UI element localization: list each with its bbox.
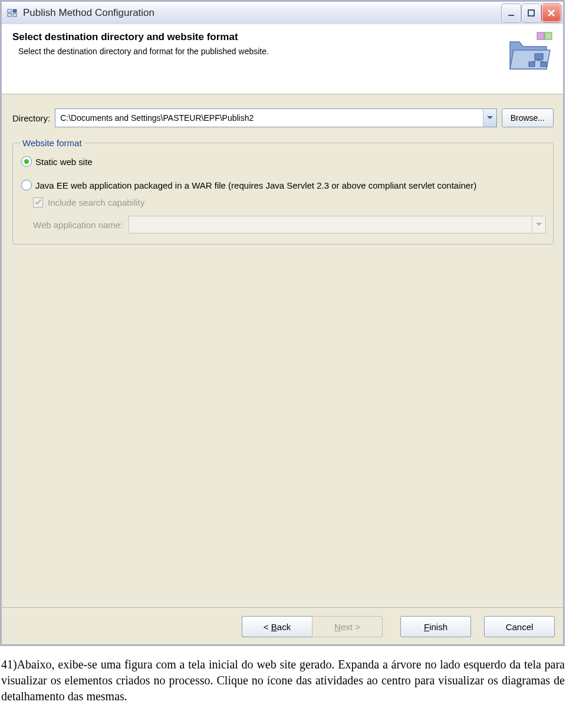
- minimize-button[interactable]: [502, 4, 521, 22]
- next-button: Next >: [312, 616, 383, 637]
- directory-input[interactable]: [55, 109, 482, 127]
- group-legend: Website format: [20, 138, 84, 148]
- cancel-button[interactable]: Cancel: [484, 616, 555, 637]
- svg-rect-9: [529, 62, 535, 67]
- include-search-row: Include search capability: [33, 197, 546, 207]
- titlebar: Publish Method Configuration: [2, 0, 563, 24]
- wizard-banner: Select destination directory and website…: [2, 24, 563, 94]
- svg-rect-2: [13, 9, 17, 12]
- directory-row: Directory: Browse...: [12, 108, 554, 127]
- radio-war-row[interactable]: Java EE web application packaged in a WA…: [21, 180, 546, 190]
- wizard-content: Directory: Browse... Website format Stat…: [2, 94, 563, 607]
- close-button[interactable]: [542, 4, 561, 22]
- browse-button[interactable]: Browse...: [502, 108, 554, 127]
- svg-rect-1: [8, 14, 11, 17]
- window-buttons: [502, 4, 561, 22]
- banner-folder-icon: [506, 31, 554, 84]
- banner-heading: Select destination directory and website…: [12, 31, 506, 43]
- webapp-name-row: Web application name:: [33, 216, 546, 233]
- button-bar: < Back Next > Finish Cancel: [2, 607, 563, 644]
- svg-rect-8: [535, 54, 543, 60]
- svg-rect-5: [528, 10, 534, 16]
- radio-static-row[interactable]: Static web site: [21, 156, 546, 167]
- figure-caption: 41)Abaixo, exibe-se uma figura com a tel…: [0, 646, 566, 709]
- svg-rect-3: [13, 14, 17, 17]
- back-button[interactable]: < Back: [242, 616, 312, 637]
- webapp-name-label: Web application name:: [33, 220, 123, 230]
- radio-war-label: Java EE web application packaged in a WA…: [35, 180, 476, 190]
- maximize-button[interactable]: [522, 4, 541, 22]
- include-search-label: Include search capability: [48, 197, 144, 207]
- directory-label: Directory:: [12, 113, 50, 123]
- svg-rect-7: [545, 32, 552, 39]
- finish-button[interactable]: Finish: [400, 616, 471, 637]
- svg-rect-0: [8, 9, 11, 12]
- banner-subheading: Select the destination directory and for…: [18, 47, 506, 56]
- webapp-dropdown-icon: [532, 216, 545, 233]
- svg-rect-10: [541, 62, 547, 67]
- radio-selected-icon[interactable]: [21, 156, 32, 167]
- directory-dropdown-icon[interactable]: [483, 109, 496, 127]
- radio-unselected-icon[interactable]: [21, 180, 32, 190]
- radio-static-label: Static web site: [35, 157, 93, 167]
- svg-rect-4: [508, 15, 514, 16]
- wizard-window: Publish Method Configuration Select dest…: [0, 0, 565, 646]
- svg-rect-6: [537, 32, 544, 39]
- directory-combo[interactable]: [55, 108, 496, 127]
- window-title: Publish Method Configuration: [19, 7, 502, 19]
- webapp-name-combo: [129, 216, 546, 233]
- website-format-group: Website format Static web site Java EE w…: [12, 138, 554, 245]
- checkbox-icon: [33, 197, 43, 207]
- window-icon: [5, 8, 19, 18]
